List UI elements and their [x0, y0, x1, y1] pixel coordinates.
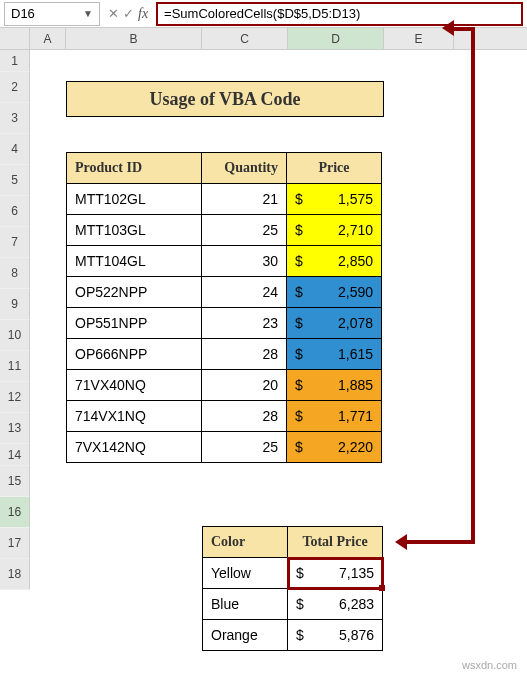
cell-quantity[interactable]: 24 — [202, 277, 287, 308]
cell-color-name[interactable]: Yellow — [203, 558, 288, 589]
summary-table: Color Total Price Yellow$7,135Blue$6,283… — [202, 526, 383, 651]
formula-text: =SumColoredCells($D$5,D5:D13) — [164, 6, 360, 21]
row-header-2[interactable]: 2 — [0, 72, 30, 103]
page-title: Usage of VBA Code — [66, 81, 384, 117]
summary-header-row: Color Total Price — [203, 527, 383, 558]
cell-quantity[interactable]: 20 — [202, 370, 287, 401]
cell-quantity[interactable]: 25 — [202, 432, 287, 463]
cell-quantity[interactable]: 21 — [202, 184, 287, 215]
header-quantity[interactable]: Quantity — [202, 153, 287, 184]
cell-product-id[interactable]: MTT103GL — [67, 215, 202, 246]
row-header-14[interactable]: 14 — [0, 444, 30, 466]
grid-row: 15 — [0, 466, 527, 497]
row-header-18[interactable]: 18 — [0, 559, 30, 590]
cell-price[interactable]: $2,710 — [287, 215, 382, 246]
table-row: OP666NPP28$1,615 — [67, 339, 382, 370]
cell-total-price[interactable]: $7,135 — [288, 558, 383, 589]
table-row: OP522NPP24$2,590 — [67, 277, 382, 308]
chevron-down-icon[interactable]: ▼ — [83, 8, 93, 19]
header-color[interactable]: Color — [203, 527, 288, 558]
annotation-arrow — [471, 28, 475, 542]
cell-product-id[interactable]: 7VX142NQ — [67, 432, 202, 463]
col-header-A[interactable]: A — [30, 28, 66, 49]
col-header-D[interactable]: D — [288, 28, 384, 49]
cancel-icon[interactable]: ✕ — [108, 6, 119, 21]
fx-icon[interactable]: fx — [138, 6, 148, 22]
summary-row: Blue$6,283 — [203, 589, 383, 620]
cell-product-id[interactable]: 71VX40NQ — [67, 370, 202, 401]
cell-quantity[interactable]: 28 — [202, 339, 287, 370]
row-header-17[interactable]: 17 — [0, 528, 30, 559]
row-header-6[interactable]: 6 — [0, 196, 30, 227]
cell-price[interactable]: $2,220 — [287, 432, 382, 463]
table-row: MTT102GL21$1,575 — [67, 184, 382, 215]
name-box[interactable]: D16 ▼ — [4, 2, 100, 26]
row-header-3[interactable]: 3 — [0, 103, 30, 134]
row-header-7[interactable]: 7 — [0, 227, 30, 258]
cell-product-id[interactable]: MTT104GL — [67, 246, 202, 277]
row-header-10[interactable]: 10 — [0, 320, 30, 351]
row-header-1[interactable]: 1 — [0, 50, 30, 72]
table-row: 714VX1NQ28$1,771 — [67, 401, 382, 432]
table-row: MTT104GL30$2,850 — [67, 246, 382, 277]
cell-product-id[interactable]: OP551NPP — [67, 308, 202, 339]
cell-price[interactable]: $1,771 — [287, 401, 382, 432]
select-all-corner[interactable] — [0, 28, 30, 49]
cell-price[interactable]: $1,885 — [287, 370, 382, 401]
header-product-id[interactable]: Product ID — [67, 153, 202, 184]
cell-product-id[interactable]: MTT102GL — [67, 184, 202, 215]
row-header-15[interactable]: 15 — [0, 466, 30, 497]
row-header-12[interactable]: 12 — [0, 382, 30, 413]
table-row: OP551NPP23$2,078 — [67, 308, 382, 339]
accept-icon[interactable]: ✓ — [123, 6, 134, 21]
grid-row: 1 — [0, 50, 527, 72]
col-header-C[interactable]: C — [202, 28, 288, 49]
watermark: wsxdn.com — [462, 659, 517, 671]
cell-price[interactable]: $1,615 — [287, 339, 382, 370]
name-box-value: D16 — [11, 6, 83, 21]
cell-total-price[interactable]: $5,876 — [288, 620, 383, 651]
cell-product-id[interactable]: OP522NPP — [67, 277, 202, 308]
row-header-5[interactable]: 5 — [0, 165, 30, 196]
cell-quantity[interactable]: 23 — [202, 308, 287, 339]
cell-color-name[interactable]: Orange — [203, 620, 288, 651]
spreadsheet-grid[interactable]: A B C D E 123456789101112131415161718 Us… — [0, 28, 527, 590]
cell-total-price[interactable]: $6,283 — [288, 589, 383, 620]
table-header-row: Product ID Quantity Price — [67, 153, 382, 184]
summary-row: Yellow$7,135 — [203, 558, 383, 589]
cell-quantity[interactable]: 30 — [202, 246, 287, 277]
cell-price[interactable]: $2,850 — [287, 246, 382, 277]
row-header-13[interactable]: 13 — [0, 413, 30, 444]
selection-handle[interactable] — [379, 585, 385, 591]
header-price[interactable]: Price — [287, 153, 382, 184]
table-row: 71VX40NQ20$1,885 — [67, 370, 382, 401]
formula-buttons: ✕ ✓ fx — [108, 6, 148, 22]
data-table: Product ID Quantity Price MTT102GL21$1,5… — [66, 152, 382, 463]
cell-product-id[interactable]: OP666NPP — [67, 339, 202, 370]
table-row: MTT103GL25$2,710 — [67, 215, 382, 246]
row-header-11[interactable]: 11 — [0, 351, 30, 382]
cell-color-name[interactable]: Blue — [203, 589, 288, 620]
cell-price[interactable]: $1,575 — [287, 184, 382, 215]
cell-quantity[interactable]: 25 — [202, 215, 287, 246]
summary-row: Orange$5,876 — [203, 620, 383, 651]
formula-bar[interactable]: =SumColoredCells($D$5,D5:D13) — [156, 2, 523, 26]
cell-quantity[interactable]: 28 — [202, 401, 287, 432]
cell-product-id[interactable]: 714VX1NQ — [67, 401, 202, 432]
col-header-B[interactable]: B — [66, 28, 202, 49]
annotation-arrow-bottom — [401, 540, 475, 544]
row-header-8[interactable]: 8 — [0, 258, 30, 289]
grid-row: 16 — [0, 497, 527, 528]
cell-price[interactable]: $2,078 — [287, 308, 382, 339]
row-header-16[interactable]: 16 — [0, 497, 30, 528]
table-row: 7VX142NQ25$2,220 — [67, 432, 382, 463]
cell-price[interactable]: $2,590 — [287, 277, 382, 308]
row-header-9[interactable]: 9 — [0, 289, 30, 320]
header-total-price[interactable]: Total Price — [288, 527, 383, 558]
row-header-4[interactable]: 4 — [0, 134, 30, 165]
